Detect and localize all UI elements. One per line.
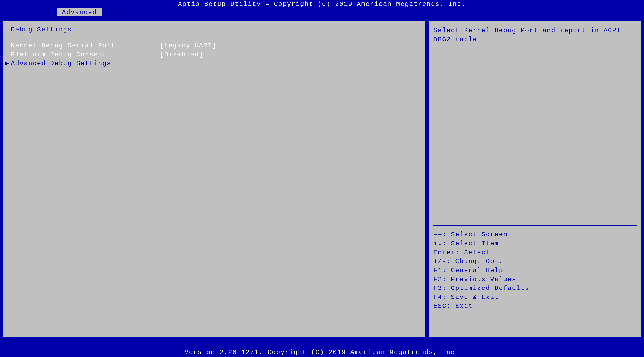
- key-sym: Enter:: [433, 249, 459, 256]
- setting-kernel-debug-serial-port[interactable]: Kernel Debug Serial Port [Legacy UART]: [11, 41, 417, 50]
- key-help-select-item: ↑↓: Select Item: [433, 239, 637, 248]
- key-desc: Change Opt.: [451, 258, 503, 265]
- key-sym: ESC:: [433, 302, 451, 310]
- setting-label: Kernel Debug Serial Port: [11, 41, 160, 50]
- submenu-label: Advanced Debug Settings: [11, 60, 111, 67]
- key-desc: Optimized Defaults: [447, 285, 530, 292]
- tab-bar: Advanced: [0, 8, 644, 18]
- help-panel: Select Kernel Debug Port and report in A…: [428, 20, 642, 338]
- submenu-advanced-debug-settings[interactable]: ▶ Advanced Debug Settings: [11, 59, 417, 68]
- key-desc: Exit: [451, 302, 473, 310]
- key-help-exit: ESC: Exit: [433, 302, 637, 311]
- divider: [433, 225, 637, 226]
- key-help-previous-values: F2: Previous Values: [433, 275, 637, 284]
- key-sym: F2:: [433, 276, 446, 283]
- key-desc: Save & Exit: [447, 294, 499, 301]
- submenu-arrow-icon: ▶: [5, 59, 9, 68]
- key-desc: Previous Values: [447, 276, 516, 283]
- key-desc: Select Screen: [447, 231, 508, 238]
- key-help-general-help: F1: General Help: [433, 266, 637, 275]
- key-desc: Select Item: [447, 240, 499, 247]
- key-sym: ↑↓:: [433, 239, 446, 247]
- help-description: Select Kernel Debug Port and report in A…: [433, 26, 637, 222]
- key-help-list: →←: Select Screen ↑↓: Select Item Enter:…: [433, 230, 637, 311]
- key-sym: +/-:: [433, 258, 451, 265]
- key-help-change-opt: +/-: Change Opt.: [433, 257, 637, 266]
- setting-label: Platform Debug Consent: [11, 50, 160, 59]
- key-help-select-screen: →←: Select Screen: [433, 230, 637, 239]
- settings-panel: Debug Settings Kernel Debug Serial Port …: [2, 20, 426, 338]
- key-desc: Select: [460, 249, 490, 256]
- key-sym: F3:: [433, 285, 446, 292]
- key-help-save-exit: F4: Save & Exit: [433, 293, 637, 302]
- key-help-optimized-defaults: F3: Optimized Defaults: [433, 284, 637, 293]
- key-sym: F1:: [433, 267, 446, 274]
- key-sym: F4:: [433, 294, 446, 301]
- footer-bar: Version 2.20.1271. Copyright (C) 2019 Am…: [0, 348, 644, 357]
- tab-advanced[interactable]: Advanced: [57, 8, 102, 16]
- bios-screen: Aptio Setup Utility – Copyright (C) 2019…: [0, 0, 644, 357]
- setting-platform-debug-consent[interactable]: Platform Debug Consent [Disabled]: [11, 50, 417, 59]
- main-area: Debug Settings Kernel Debug Serial Port …: [0, 18, 644, 340]
- key-help-select: Enter: Select: [433, 248, 637, 257]
- key-sym: →←:: [433, 230, 446, 238]
- setting-value: [Disabled]: [160, 50, 203, 59]
- title-bar: Aptio Setup Utility – Copyright (C) 2019…: [0, 0, 644, 8]
- section-title: Debug Settings: [11, 26, 417, 33]
- key-desc: General Help: [447, 267, 503, 274]
- setting-value: [Legacy UART]: [160, 41, 216, 50]
